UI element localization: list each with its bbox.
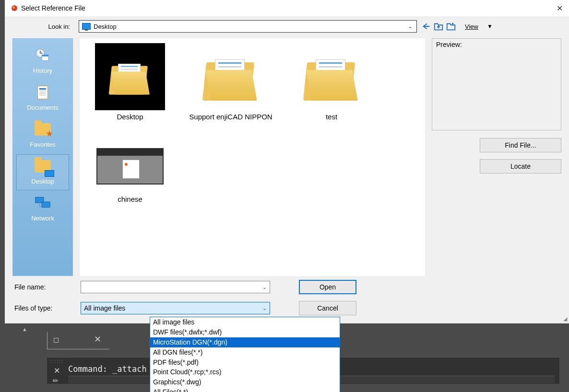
- file-thumb: [94, 126, 166, 193]
- file-dialog: Select Reference File ✕ Look in: Desktop…: [5, 0, 569, 323]
- desktop-folder-icon: [33, 158, 52, 175]
- back-icon[interactable]: [421, 21, 431, 32]
- places-label: Documents: [27, 104, 59, 111]
- chevron-down-icon: ⌄: [262, 305, 267, 311]
- crosshair-close-icon[interactable]: ✕: [94, 334, 101, 345]
- file-list[interactable]: Desktop Support enjiCAD NIPPON test chin…: [80, 38, 425, 276]
- places-label: Network: [31, 215, 54, 222]
- file-type-option[interactable]: PDF files(*.pdf): [150, 357, 340, 368]
- places-label: History: [33, 67, 52, 74]
- resize-grip-icon[interactable]: ◢: [563, 316, 567, 322]
- file-type-option[interactable]: All Files(*.*): [150, 387, 340, 392]
- places-history[interactable]: History: [16, 44, 69, 80]
- up-folder-icon[interactable]: [433, 21, 444, 32]
- file-type-label: Files of type:: [12, 304, 81, 312]
- places-favorites[interactable]: ★ Favorites: [16, 117, 69, 153]
- panel-caret-icon[interactable]: ▲: [22, 326, 27, 332]
- lookin-label: Look in:: [12, 23, 75, 30]
- places-network[interactable]: Network: [16, 191, 69, 227]
- history-icon: [33, 47, 52, 64]
- places-label: Desktop: [31, 178, 54, 185]
- dialog-title: Select Reference File: [19, 4, 555, 12]
- locate-button[interactable]: Locate: [480, 159, 561, 173]
- file-type-option[interactable]: All image files: [150, 317, 340, 327]
- file-item-folder[interactable]: test: [286, 42, 377, 122]
- view-menu-arrow-icon[interactable]: ▼: [487, 23, 493, 30]
- places-documents[interactable]: Documents: [16, 81, 69, 116]
- new-folder-icon[interactable]: [446, 21, 456, 32]
- open-button[interactable]: Open: [299, 280, 356, 294]
- places-desktop[interactable]: Desktop: [16, 154, 69, 190]
- file-item-file[interactable]: chinese: [84, 125, 176, 204]
- file-type-option[interactable]: DWF files(*.dwfx;*.dwf): [150, 327, 340, 337]
- chevron-down-icon: ⌄: [408, 23, 413, 30]
- cancel-button[interactable]: Cancel: [299, 301, 356, 315]
- file-name-label: File name:: [12, 283, 81, 291]
- file-name: chinese: [118, 195, 142, 204]
- lookin-value: Desktop: [94, 23, 117, 30]
- network-icon: [33, 195, 52, 212]
- grip-dots-icon[interactable]: ::::::: [50, 358, 64, 364]
- places-label: Favorites: [30, 141, 55, 148]
- close-icon[interactable]: ✕: [555, 3, 564, 13]
- places-bar: History Documents ★ Favorites Desktop Ne…: [12, 38, 73, 276]
- file-type-option[interactable]: All DGN files(*.*): [150, 347, 340, 357]
- command-edit-icon[interactable]: ✎: [51, 376, 60, 385]
- command-close-icon[interactable]: ✕: [54, 366, 60, 375]
- app-icon: [10, 3, 19, 13]
- desktop-icon: [82, 23, 91, 30]
- svg-rect-2: [42, 55, 48, 56]
- file-name: Desktop: [117, 112, 143, 122]
- right-panel: Preview: Find File... Locate: [432, 38, 561, 276]
- file-type-dropdown[interactable]: All image files DWF files(*.dwfx;*.dwf) …: [150, 317, 340, 392]
- file-item-folder[interactable]: Support enjiCAD NIPPON: [185, 42, 276, 122]
- view-menu[interactable]: View: [465, 23, 478, 30]
- file-type-option[interactable]: Point Cloud(*.rcp;*.rcs): [150, 367, 340, 377]
- find-file-button[interactable]: Find File...: [480, 138, 561, 152]
- file-name: test: [326, 112, 337, 122]
- file-item-folder[interactable]: Desktop: [84, 42, 176, 122]
- favorites-icon: ★: [33, 121, 52, 138]
- svg-rect-4: [42, 202, 50, 207]
- folder-thumb-black: [95, 43, 165, 110]
- documents-icon: [33, 84, 52, 101]
- titlebar: Select Reference File ✕: [5, 0, 569, 16]
- file-name: Support enjiCAD NIPPON: [189, 112, 272, 122]
- command-text: Command: _attach: [68, 364, 147, 374]
- preview-panel: Preview:: [432, 38, 561, 130]
- folder-thumb: [296, 43, 367, 110]
- lookin-row: Look in: Desktop ⌄ View ▼: [5, 16, 569, 38]
- crosshair-box-icon: [54, 338, 59, 343]
- file-type-option[interactable]: Graphics(*.dwg): [150, 377, 340, 387]
- file-type-select[interactable]: All image files ⌄: [81, 302, 270, 314]
- file-type-value: All image files: [84, 304, 125, 312]
- file-type-option[interactable]: MicroStation DGN(*.dgn): [150, 337, 340, 347]
- preview-label: Preview:: [436, 41, 462, 48]
- file-name-input[interactable]: ⌄: [81, 281, 270, 293]
- chevron-down-icon: ⌄: [262, 284, 267, 290]
- folder-thumb: [195, 43, 267, 110]
- lookin-select[interactable]: Desktop ⌄: [79, 20, 417, 33]
